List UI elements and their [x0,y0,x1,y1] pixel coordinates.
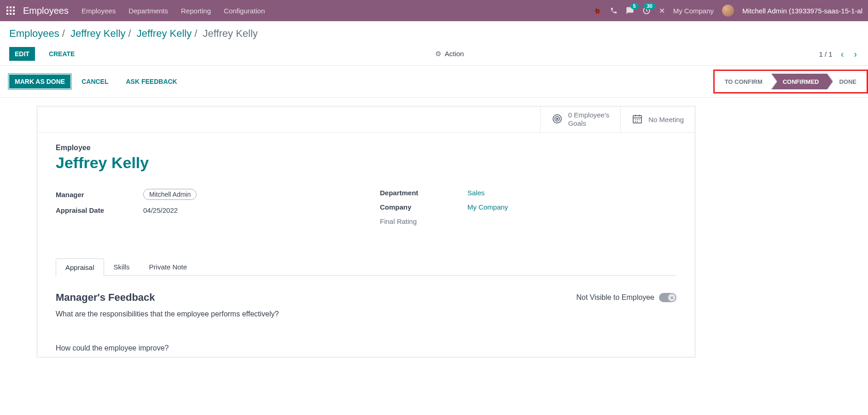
gear-icon: ⚙ [435,50,441,58]
target-icon [552,113,563,126]
avatar[interactable] [722,5,734,17]
svg-rect-3 [6,10,8,12]
svg-rect-8 [13,13,15,15]
tab-private-note[interactable]: Private Note [140,258,197,275]
stat-buttons: 0 Employee's Goals No Meeting [37,106,695,133]
user-menu[interactable]: Mitchell Admin (13933975-saas-15-1-al [742,7,862,15]
apps-icon[interactable] [6,6,16,16]
svg-point-12 [556,118,558,119]
svg-rect-1 [10,6,12,8]
cross-icon[interactable]: ✕ [659,6,665,15]
cancel-button[interactable]: CANCEL [75,75,115,88]
appraisal-date-value: 04/25/2022 [143,206,178,214]
breadcrumb: Employees/ Jeffrey Kelly/ Jeffrey Kelly/… [9,28,859,40]
calendar-icon [632,113,643,126]
manager-tag[interactable]: Mitchell Admin [143,189,197,200]
clock-icon[interactable]: 30 [642,6,651,15]
visibility-toggle[interactable]: ✕ [659,293,676,302]
department-label: Department [380,189,467,197]
goals-stat-button[interactable]: 0 Employee's Goals [540,106,621,132]
app-brand: Employees [23,6,69,16]
bug-icon[interactable]: 🐞 [593,6,602,15]
menu-departments[interactable]: Departments [128,7,168,15]
create-button[interactable]: CREATE [43,47,81,61]
clock-badge: 30 [644,3,655,9]
close-icon: ✕ [668,294,676,301]
department-link[interactable]: Sales [467,189,485,197]
svg-rect-2 [13,6,15,8]
chat-icon[interactable]: 5 [626,6,634,15]
status-flow: TO CONFIRM CONFIRMED DONE [713,70,868,94]
edit-button[interactable]: EDIT [9,47,35,61]
final-rating-label: Final Rating [380,217,467,225]
pager: 1 / 1 ‹ › [819,49,859,59]
status-step-to-confirm[interactable]: TO CONFIRM [717,74,771,89]
action-dropdown[interactable]: ⚙ Action [435,50,464,58]
menu-reporting[interactable]: Reporting [181,7,211,15]
manager-label: Manager [56,191,143,199]
appraisal-date-label: Appraisal Date [56,206,143,214]
svg-rect-7 [10,13,12,15]
feedback-heading: Manager's Feedback [56,292,155,304]
chat-badge: 5 [630,3,639,9]
form-sheet: 0 Employee's Goals No Meeting Employee J… [37,106,695,357]
breadcrumb-current: Jeffrey Kelly [203,28,257,39]
employee-name-link[interactable]: Jeffrey Kelly [56,154,676,172]
svg-rect-4 [10,10,12,12]
ask-feedback-button[interactable]: ASK FEEDBACK [120,75,184,88]
employee-label: Employee [56,144,676,152]
mark-done-button[interactable]: MARK AS DONE [9,75,70,88]
meeting-stat-button[interactable]: No Meeting [620,106,695,132]
svg-rect-6 [6,13,8,15]
menu-employees[interactable]: Employees [82,7,116,15]
question-2: How could the employee improve? [56,344,676,352]
breadcrumb-item[interactable]: Jeffrey Kelly [137,28,192,39]
main-menu: Employees Departments Reporting Configur… [82,7,265,15]
pager-count: 1 / 1 [819,50,832,58]
pager-prev[interactable]: ‹ [839,49,846,59]
menu-configuration[interactable]: Configuration [224,7,265,15]
status-bar: MARK AS DONE CANCEL ASK FEEDBACK TO CONF… [0,66,868,98]
status-step-confirmed[interactable]: CONFIRMED [771,74,827,89]
navbar-right: 🐞 5 30 ✕ My Company Mitchell Admin (1393… [593,5,862,17]
company-label: Company [380,203,467,211]
company-selector[interactable]: My Company [673,7,714,15]
control-panel: Employees/ Jeffrey Kelly/ Jeffrey Kelly/… [0,21,868,66]
tab-content: Manager's Feedback Not Visible to Employ… [37,276,695,357]
top-navbar: Employees Employees Departments Reportin… [0,0,868,21]
tab-skills[interactable]: Skills [104,258,140,275]
company-link[interactable]: My Company [467,203,508,211]
svg-rect-0 [6,6,8,8]
tabs: Appraisal Skills Private Note [56,258,676,276]
pager-next[interactable]: › [852,49,859,59]
breadcrumb-item[interactable]: Employees [9,28,59,39]
phone-icon[interactable] [610,7,618,14]
tab-appraisal[interactable]: Appraisal [56,258,104,276]
svg-rect-5 [13,10,15,12]
visibility-label: Not Visible to Employee [576,293,654,302]
breadcrumb-item[interactable]: Jeffrey Kelly [70,28,125,39]
question-1: What are the responsibilities that the e… [56,310,676,318]
